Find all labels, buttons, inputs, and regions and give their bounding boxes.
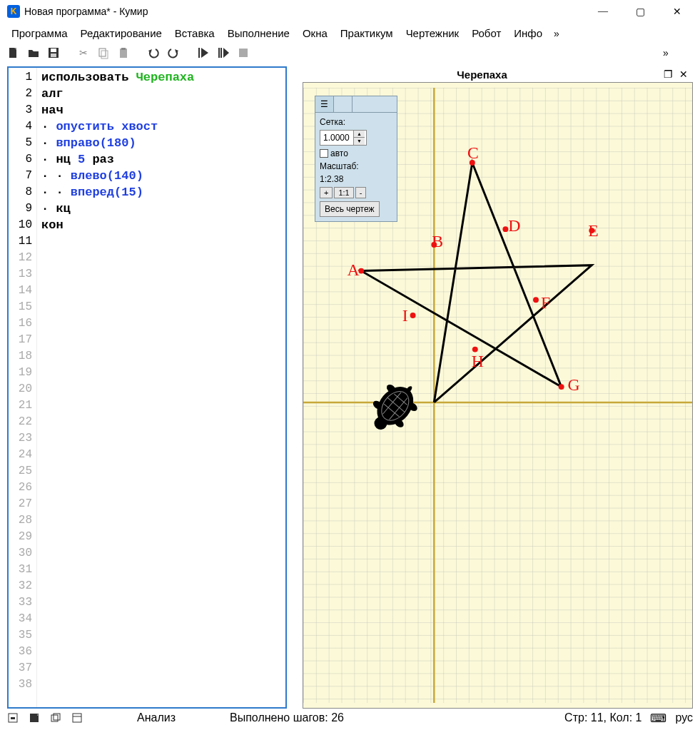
svg-rect-4 xyxy=(51,54,56,57)
step-icon[interactable] xyxy=(215,45,231,61)
status-cursor: Стр: 11, Кол: 1 xyxy=(564,711,641,724)
auto-label: авто xyxy=(330,148,348,158)
svg-point-26 xyxy=(533,297,539,303)
svg-marker-12 xyxy=(201,48,208,58)
close-turtle-icon[interactable]: ✕ xyxy=(677,68,690,81)
status-icon-4[interactable] xyxy=(71,712,83,724)
point-label-h: H xyxy=(472,352,484,370)
svg-rect-11 xyxy=(198,48,200,58)
maximize-button[interactable]: ▢ xyxy=(630,4,650,19)
svg-point-27 xyxy=(559,384,564,390)
point-label-i: I xyxy=(402,306,408,325)
window-title: Новая программа* - Кумир xyxy=(24,6,593,17)
statusbar: Анализ Выполнено шагов: 26 Стр: 11, Кол:… xyxy=(0,709,700,727)
svg-marker-9 xyxy=(148,49,152,54)
menu-drafter[interactable]: Чертежник xyxy=(400,24,465,42)
menu-overflow[interactable]: » xyxy=(549,25,564,42)
svg-rect-13 xyxy=(218,48,220,58)
turtle-title: Черепаха xyxy=(305,69,659,81)
menu-windows[interactable]: Окна xyxy=(297,24,333,42)
point-label-b: B xyxy=(432,232,443,250)
zoom-out-button[interactable]: - xyxy=(355,187,367,198)
svg-rect-6 xyxy=(101,51,108,59)
svg-point-24 xyxy=(502,226,508,232)
svg-rect-49 xyxy=(73,714,81,722)
keyboard-icon[interactable]: ⌨ xyxy=(650,711,666,725)
line-gutter: 1234567891011121314151617181920212223242… xyxy=(9,68,37,707)
svg-rect-47 xyxy=(51,715,58,721)
svg-rect-48 xyxy=(54,714,60,720)
grid-spinner[interactable]: ▲▼ xyxy=(320,130,367,146)
status-icon-3[interactable] xyxy=(50,712,61,724)
svg-marker-10 xyxy=(175,49,178,54)
point-label-a: A xyxy=(347,260,359,279)
menu-info[interactable]: Инфо xyxy=(508,24,548,42)
save-file-icon[interactable] xyxy=(46,45,61,61)
minimize-button[interactable]: — xyxy=(593,4,613,19)
grid-label: Сетка: xyxy=(320,117,345,127)
spinner-down-icon[interactable]: ▼ xyxy=(354,138,365,145)
point-label-e: E xyxy=(588,221,599,240)
code-editor[interactable]: 1234567891011121314151617181920212223242… xyxy=(7,66,287,709)
menu-run[interactable]: Выполнение xyxy=(222,24,295,42)
new-file-icon[interactable] xyxy=(6,45,21,61)
redo-icon[interactable] xyxy=(166,45,181,61)
turtle-pane: Черепаха ❐ ✕ xyxy=(303,66,693,709)
stop-icon[interactable] xyxy=(235,45,251,61)
panel-tab-menu-icon[interactable]: ☰ xyxy=(315,96,334,112)
svg-rect-5 xyxy=(99,49,106,56)
app-logo: K xyxy=(7,5,20,18)
svg-point-29 xyxy=(410,313,416,318)
menu-robot[interactable]: Робот xyxy=(466,24,507,42)
auto-checkbox[interactable]: авто xyxy=(320,148,392,158)
copy-icon[interactable] xyxy=(96,45,111,61)
svg-rect-3 xyxy=(51,49,56,52)
run-icon[interactable] xyxy=(196,45,211,61)
spinner-up-icon[interactable]: ▲ xyxy=(354,131,365,138)
cut-icon[interactable]: ✂ xyxy=(76,45,91,61)
menu-edit[interactable]: Редактирование xyxy=(75,24,168,42)
svg-rect-16 xyxy=(239,49,248,57)
zoom-in-button[interactable]: + xyxy=(320,187,333,198)
status-icon-2[interactable] xyxy=(29,712,40,724)
fit-drawing-button[interactable]: Весь чертеж xyxy=(320,201,380,217)
toolbar-overflow[interactable]: » xyxy=(659,47,673,59)
svg-marker-15 xyxy=(223,48,229,58)
titlebar: K Новая программа* - Кумир — ▢ ✕ xyxy=(0,0,700,23)
menu-insert[interactable]: Вставка xyxy=(169,24,220,42)
close-button[interactable]: ✕ xyxy=(667,4,687,19)
point-label-d: D xyxy=(508,216,520,235)
open-file-icon[interactable] xyxy=(26,45,41,61)
paste-icon[interactable] xyxy=(116,45,131,61)
restore-icon[interactable]: ❐ xyxy=(661,68,674,81)
svg-rect-44 xyxy=(11,717,15,719)
panel-tab-blank[interactable] xyxy=(334,96,352,112)
menu-program[interactable]: Программа xyxy=(6,24,73,42)
status-analysis: Анализ xyxy=(137,711,176,724)
toolbar: ✂ » xyxy=(0,44,700,66)
checkbox-icon[interactable] xyxy=(320,149,328,158)
menubar: Программа Редактирование Вставка Выполне… xyxy=(0,23,700,44)
scale-label: Масштаб: xyxy=(320,161,359,171)
scale-value: 1:2.38 xyxy=(320,174,343,184)
turtle-control-panel: ☰ Сетка: ▲▼ авто Масштаб: xyxy=(315,96,397,222)
status-lang: рус xyxy=(675,711,693,724)
undo-icon[interactable] xyxy=(146,45,161,61)
menu-practicum[interactable]: Практикум xyxy=(335,24,399,42)
point-label-c: C xyxy=(467,143,479,162)
turtle-canvas[interactable]: A B C D E F G H I xyxy=(303,82,693,709)
status-icon-1[interactable] xyxy=(7,712,19,724)
svg-rect-8 xyxy=(121,48,126,50)
point-label-f: F xyxy=(541,293,550,312)
svg-point-28 xyxy=(472,347,478,353)
grid-value-input[interactable] xyxy=(320,133,353,143)
svg-rect-0 xyxy=(9,48,16,58)
status-steps: Выполнено шагов: 26 xyxy=(230,711,344,724)
svg-rect-14 xyxy=(220,48,222,58)
code-area[interactable]: использовать Черепахаалгнач· опустить хв… xyxy=(37,68,285,707)
point-label-g: G xyxy=(568,375,580,394)
zoom-reset-button[interactable]: 1:1 xyxy=(334,187,353,198)
